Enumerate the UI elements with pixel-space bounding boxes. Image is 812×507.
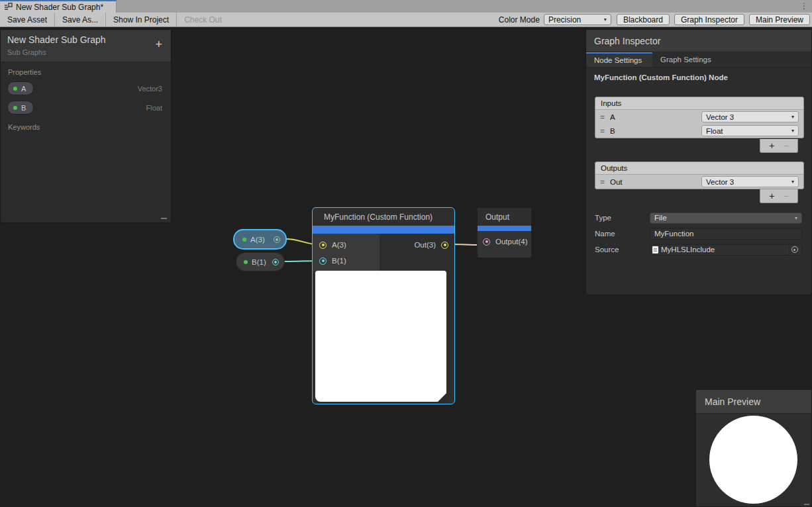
- save-as-button[interactable]: Save As...: [55, 13, 106, 26]
- node-port-area: A(3) B(1) Out(3): [313, 234, 454, 271]
- color-mode-value: Precision: [548, 15, 581, 24]
- save-asset-button[interactable]: Save Asset: [0, 13, 55, 26]
- output-node-title[interactable]: Output: [478, 208, 531, 226]
- inputs-list-footer: + −: [760, 139, 798, 153]
- type-field-row: Type File ▾: [595, 211, 804, 224]
- keywords-section-label: Keywords: [1, 117, 171, 134]
- add-input-button[interactable]: +: [769, 140, 774, 151]
- name-value: MyFunction: [654, 230, 693, 238]
- shader-graph-icon: [4, 3, 13, 11]
- preview-sphere[interactable]: [709, 416, 797, 504]
- source-value: MyHLSLInclude: [661, 246, 715, 254]
- property-b-dot-icon: [244, 260, 248, 264]
- inputs-list: Inputs = A Vector 3 ▾ = B Float ▾: [595, 97, 804, 138]
- custom-function-node[interactable]: MyFunction (Custom Function) A(3) B(1) O…: [312, 207, 455, 404]
- property-row-b: B Float: [1, 98, 171, 117]
- outputs-row-out[interactable]: = Out Vector 3 ▾: [595, 175, 803, 189]
- property-row-a: A Vector3: [1, 79, 171, 98]
- show-in-project-button[interactable]: Show In Project: [106, 13, 177, 26]
- tab-title: New Shader Sub Graph*: [16, 3, 103, 12]
- blackboard-toggle-button[interactable]: Blackboard: [617, 14, 670, 25]
- name-label: Name: [595, 230, 650, 238]
- chevron-down-icon: ▾: [791, 179, 794, 185]
- output-node[interactable]: Output Output(4): [477, 207, 532, 258]
- object-picker-icon[interactable]: [789, 245, 799, 255]
- properties-section-label: Properties: [1, 62, 171, 79]
- source-label: Source: [595, 246, 650, 254]
- window-overflow-menu-icon[interactable]: ⋮: [800, 1, 807, 12]
- node-preview-collapse-handle[interactable]: [438, 393, 446, 402]
- outputs-row-out-type-dropdown[interactable]: Vector 3 ▾: [701, 176, 799, 187]
- color-mode-dropdown[interactable]: Precision ▾: [544, 14, 611, 25]
- remove-output-button: −: [784, 191, 789, 201]
- node-preview: [315, 271, 446, 402]
- check-out-button: Check Out: [177, 13, 229, 26]
- property-pill-a[interactable]: A: [7, 81, 34, 95]
- graph-inspector-toggle-button[interactable]: Graph Inspector: [674, 14, 744, 25]
- inputs-row-a[interactable]: = A Vector 3 ▾: [595, 110, 803, 124]
- input-port-b[interactable]: [319, 257, 327, 265]
- tab-new-shader-sub-graph[interactable]: New Shader Sub Graph*: [0, 0, 117, 13]
- main-preview-toggle-button[interactable]: Main Preview: [749, 14, 810, 25]
- property-pill-a-name: A: [21, 85, 26, 93]
- output-port-row-out: Out(3): [414, 241, 448, 249]
- blackboard-resize-handle[interactable]: [161, 218, 167, 219]
- blackboard-title: New Shader Sub Graph: [7, 34, 164, 45]
- add-output-button[interactable]: +: [769, 191, 774, 201]
- graph-inspector-panel: Graph Inspector Node Settings Graph Sett…: [585, 29, 812, 295]
- chevron-down-icon: ▾: [604, 17, 607, 23]
- drag-handle-icon[interactable]: =: [600, 113, 610, 122]
- input-port-a-label: A(3): [332, 241, 346, 249]
- type-dropdown[interactable]: File ▾: [650, 212, 802, 224]
- chevron-down-icon: ▾: [795, 215, 797, 221]
- inspector-tab-bar: Node Settings Graph Settings: [586, 52, 811, 68]
- add-property-button[interactable]: +: [155, 38, 162, 50]
- property-a-output-port[interactable]: [274, 236, 280, 243]
- blackboard-subtitle: Sub Graphs: [7, 48, 164, 56]
- graph-inspector-header[interactable]: Graph Inspector: [586, 30, 811, 52]
- output-port-out[interactable]: [441, 242, 448, 249]
- outputs-list-footer: + −: [760, 189, 798, 203]
- custom-function-node-title[interactable]: MyFunction (Custom Function): [313, 208, 454, 226]
- tab-node-settings[interactable]: Node Settings: [586, 52, 652, 67]
- shader-graph-toolbar: Save Asset Save As... Show In Project Ch…: [0, 13, 812, 27]
- property-b-output-port[interactable]: [272, 259, 279, 265]
- inputs-row-b-type-dropdown[interactable]: Float ▾: [701, 125, 799, 136]
- inspected-node-title: MyFunction (Custom Function) Node: [594, 73, 728, 81]
- property-dot-icon: [13, 106, 17, 110]
- inputs-row-b-name: B: [610, 127, 615, 135]
- input-port-b-label: B(1): [332, 257, 346, 265]
- node-input-column: [313, 234, 380, 271]
- input-port-a[interactable]: [319, 242, 327, 249]
- main-preview-panel: Main Preview: [695, 389, 812, 507]
- property-pill-b[interactable]: B: [7, 101, 34, 115]
- inputs-row-b-type-value: Float: [706, 127, 723, 135]
- inputs-row-a-name: A: [610, 113, 615, 121]
- output-node-input-port[interactable]: [483, 238, 490, 246]
- property-node-b[interactable]: B(1): [236, 252, 285, 271]
- drag-handle-icon[interactable]: =: [600, 126, 610, 136]
- outputs-list: Outputs = Out Vector 3 ▾: [595, 161, 804, 189]
- source-object-field[interactable]: MyHLSLInclude: [650, 244, 802, 255]
- main-preview-header[interactable]: Main Preview: [696, 390, 811, 414]
- input-port-row-b: B(1): [319, 257, 346, 265]
- property-b-type: Float: [146, 104, 162, 112]
- remove-input-button: −: [784, 140, 789, 151]
- property-a-label: A(3): [250, 236, 265, 244]
- main-preview-resize-handle[interactable]: [804, 504, 809, 505]
- property-node-a[interactable]: A(3): [233, 229, 287, 250]
- property-dot-icon: [13, 87, 17, 91]
- drag-handle-icon[interactable]: =: [600, 177, 610, 187]
- color-mode-label: Color Mode: [499, 15, 540, 24]
- inputs-row-a-type-dropdown[interactable]: Vector 3 ▾: [701, 111, 799, 122]
- output-node-body: Output(4): [478, 231, 531, 257]
- inputs-row-a-type-value: Vector 3: [706, 113, 734, 121]
- name-input[interactable]: MyFunction: [650, 228, 802, 240]
- inputs-row-b[interactable]: = B Float ▾: [595, 124, 803, 138]
- property-pill-b-name: B: [21, 104, 26, 112]
- node-accent-bar: [313, 226, 454, 234]
- tab-graph-settings[interactable]: Graph Settings: [652, 52, 719, 67]
- property-a-type: Vector3: [138, 85, 162, 93]
- inputs-list-header: Inputs: [595, 97, 803, 110]
- blackboard-header[interactable]: New Shader Sub Graph Sub Graphs +: [1, 30, 171, 62]
